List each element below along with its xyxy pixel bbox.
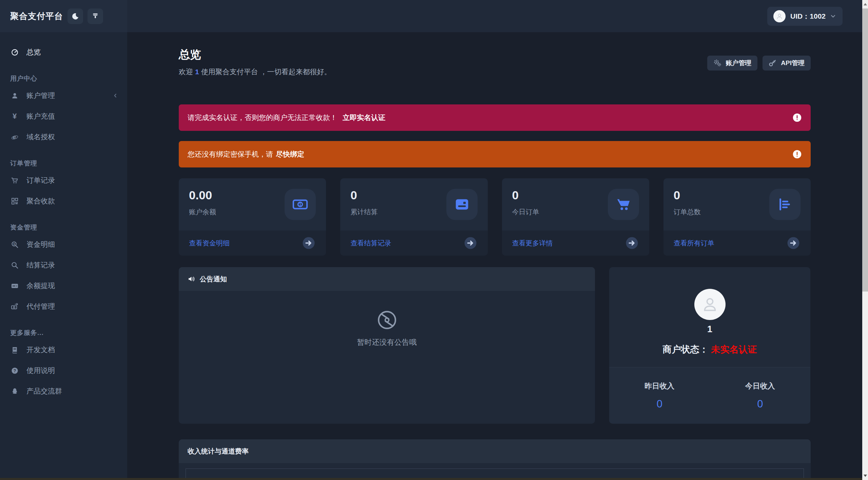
sidebar-item-label: 产品交流群: [26, 386, 118, 396]
today-income-label: 今日收入: [710, 381, 811, 391]
announcement-empty-text: 暂时还没有公告哦: [357, 337, 417, 347]
sidebar-item-label: 订单记录: [26, 176, 118, 185]
merchant-panel: 1 商户状态：未实名认证 昨日收入 0 今日收入 0: [609, 267, 810, 424]
income-stats-header: 收入统计与通道费率: [179, 439, 811, 463]
chevron-down-icon: [830, 13, 836, 20]
merchant-avatar: [694, 289, 726, 320]
yen-icon: ¥: [10, 113, 19, 120]
uid-label: UID：1002: [790, 12, 826, 21]
scrollbar-thumb[interactable]: [862, 8, 868, 292]
sidebar-item-payout-management[interactable]: 代付管理: [0, 297, 127, 316]
announcement-title: 公告通知: [200, 275, 227, 284]
yesterday-income-value: 0: [609, 398, 710, 410]
welcome-line: 欢迎1使用聚合支付平台 ，一切看起来都很好。: [179, 67, 331, 77]
sidebar-item-product-group[interactable]: 产品交流群: [0, 382, 127, 400]
globe-e-icon: e: [10, 133, 19, 141]
gears-icon: [713, 59, 721, 67]
account-management-button[interactable]: 账户管理: [707, 56, 757, 71]
sidebar-item-account-management[interactable]: 账户管理: [0, 86, 127, 105]
sidebar-group-title-fund-management: 资金管理: [10, 223, 127, 232]
qrcode-icon: [10, 197, 19, 205]
sidebar-item-aggregate-collect[interactable]: 聚合收款: [0, 192, 127, 210]
no-data-icon: [377, 309, 398, 331]
balance-card: 0.00 账户余额 1 查看资金明细: [179, 178, 326, 256]
theme-brush-button[interactable]: [88, 8, 103, 24]
cart-icon: [608, 189, 639, 220]
today-income: 今日收入 0: [710, 381, 811, 410]
sidebar-item-label: 结算记录: [26, 260, 118, 270]
sidebar-item-fund-details[interactable]: $ 资金明细: [0, 235, 127, 254]
settlement-card-body: 0 累计结算: [340, 178, 487, 231]
question-circle-icon: ?: [10, 367, 19, 375]
exclamation-circle-icon: [792, 113, 802, 122]
scrollbar-down-arrow[interactable]: [862, 472, 868, 480]
page-title: 总览: [179, 47, 331, 62]
page-head-text: 总览 欢迎1使用聚合支付平台 ，一切看起来都很好。: [179, 47, 331, 77]
sidebar-item-account-recharge[interactable]: ¥ 账户充值: [0, 107, 127, 125]
balance-card-body: 0.00 账户余额 1: [179, 178, 326, 231]
svg-text:$: $: [13, 242, 15, 246]
today-income-value: 0: [710, 398, 811, 410]
api-management-button[interactable]: API管理: [763, 56, 811, 71]
balance-card-link[interactable]: 查看资金明细: [179, 231, 326, 256]
bar-chart-icon: [769, 189, 801, 220]
realname-alert-link[interactable]: 立即实名认证: [343, 113, 385, 122]
balance-link-label: 查看资金明细: [189, 239, 230, 248]
scrollbar-up-arrow[interactable]: [862, 0, 868, 8]
key-icon: [769, 59, 777, 67]
sidebar-item-domain-auth[interactable]: e 域名授权: [0, 128, 127, 146]
dark-mode-button[interactable]: [67, 8, 83, 24]
sidebar: 总览 用户中心 账户管理 ¥ 账户充值 e 域名授权 订单管理 订单记录: [0, 32, 127, 480]
announcement-panel-header: 公告通知: [179, 267, 595, 291]
bind-phone-alert-link[interactable]: 尽快绑定: [276, 149, 304, 159]
sidebar-item-overview[interactable]: 总览: [0, 43, 127, 61]
today-orders-card-link[interactable]: 查看更多详情: [502, 231, 649, 256]
total-orders-link-label: 查看所有订单: [674, 239, 714, 248]
welcome-user: 1: [195, 68, 199, 76]
merchant-status-label: 商户状态：: [663, 344, 709, 355]
sidebar-group-title-order-management: 订单管理: [10, 159, 127, 168]
top-header: 聚合支付平台 UID：1002: [0, 0, 862, 32]
today-orders-card-body: 0 今日订单: [502, 178, 649, 231]
avatar: [773, 10, 786, 22]
moon-icon: [72, 13, 79, 20]
bind-phone-alert-text: 您还没有绑定密保手机，请: [188, 149, 273, 159]
welcome-suffix: 使用聚合支付平台 ，一切看起来都很好。: [201, 68, 331, 76]
sidebar-item-settlement-records[interactable]: 结算记录: [0, 256, 127, 274]
sidebar-item-label: 代付管理: [26, 302, 118, 311]
sidebar-group-title-user-center: 用户中心: [10, 74, 127, 83]
sidebar-item-label: 开发文档: [26, 345, 118, 355]
head-actions: 账户管理 API管理: [707, 56, 811, 71]
book-icon: [10, 346, 19, 354]
sidebar-item-balance-withdraw[interactable]: 余额提现: [0, 277, 127, 295]
settlement-link-label: 查看结算记录: [350, 239, 391, 248]
sidebar-item-label: 使用说明: [26, 366, 118, 375]
qq-penguin-icon: [10, 387, 19, 395]
settlement-card-link[interactable]: 查看结算记录: [340, 231, 487, 256]
arrow-circle-right-icon: [786, 236, 801, 250]
merchant-status-line: 商户状态：未实名认证: [663, 343, 757, 356]
header-brand-area: 聚合支付平台: [0, 0, 127, 32]
user-menu[interactable]: UID：1002: [767, 7, 843, 26]
total-orders-card-link[interactable]: 查看所有订单: [663, 231, 811, 256]
sidebar-item-dev-docs[interactable]: 开发文档: [0, 341, 127, 359]
sidebar-group-title-more-services: 更多服务...: [10, 328, 127, 337]
sidebar-item-label: 总览: [26, 47, 118, 57]
banknote-icon: 1: [285, 189, 316, 220]
sidebar-item-usage-guide[interactable]: ? 使用说明: [0, 361, 127, 380]
search-dollar-icon: $: [10, 241, 19, 248]
sidebar-item-label: 账户充值: [26, 112, 118, 121]
sidebar-item-order-records[interactable]: 订单记录: [0, 171, 127, 189]
user-icon: [10, 92, 19, 100]
realname-alert: 请完成实名认证，否则您的商户无法正常收款！ 立即实名认证: [179, 104, 811, 131]
credit-card-icon: [10, 282, 19, 290]
svg-text:1: 1: [299, 202, 302, 207]
bind-phone-alert: 您还没有绑定密保手机，请 尽快绑定: [179, 141, 811, 167]
header-right-area: UID：1002: [127, 0, 862, 32]
speaker-icon: [188, 275, 196, 283]
money-transfer-icon: [10, 303, 19, 311]
page-head: 总览 欢迎1使用聚合支付平台 ，一切看起来都很好。 账户管理 API管理: [179, 47, 811, 77]
exclamation-circle-icon: [792, 149, 802, 159]
app-title: 聚合支付平台: [10, 11, 63, 22]
scrollbar[interactable]: [862, 0, 868, 480]
